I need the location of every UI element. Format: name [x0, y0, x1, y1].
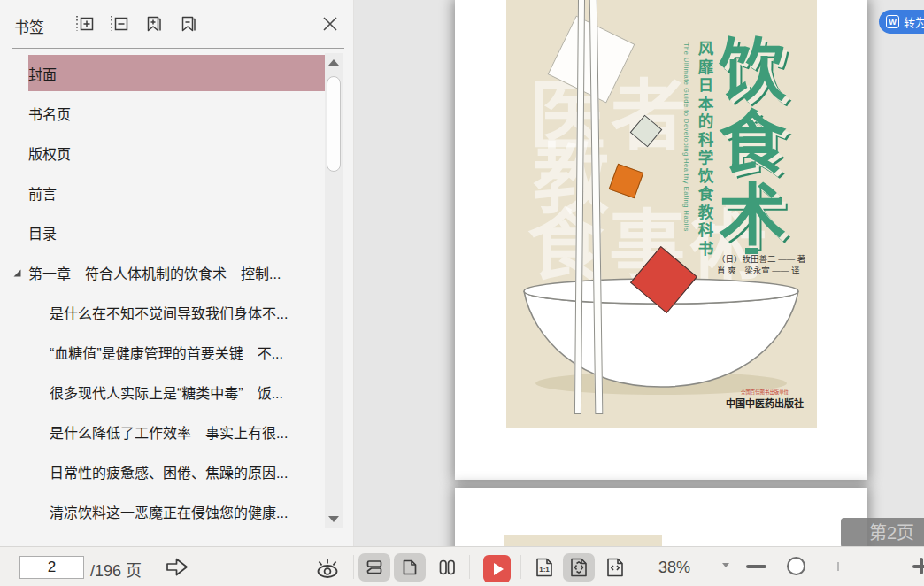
page-number-input[interactable]	[19, 556, 84, 579]
cover-subtitle: 风靡日本的科学饮食教科书	[694, 41, 716, 258]
bookmark-item[interactable]: 日常性的疲惫感、困倦、焦躁的原因...	[0, 451, 354, 491]
pdf-page-1: 医者 教 食事術 饮 食 术 风靡日本的科学饮食教科书 The Ultimate…	[455, 0, 867, 480]
close-panel-icon[interactable]	[320, 14, 341, 35]
fit-width-button[interactable]	[599, 553, 631, 582]
bookmark-item[interactable]: 是什么降低了工作效率 事实上有很...	[0, 412, 354, 451]
bookmark-item[interactable]: 是什么在不知不觉间导致我们身体不...	[0, 292, 354, 332]
toolbar-divider	[469, 555, 470, 579]
zoom-dropdown-caret[interactable]	[722, 563, 729, 567]
zoom-slider-tick	[837, 562, 839, 571]
bookmark-label: 日常性的疲惫感、困倦、焦躁的原因...	[50, 461, 288, 482]
cover-title-char: 饮	[715, 37, 789, 104]
cover-title-char: 食	[715, 110, 789, 177]
add-bookmark-icon[interactable]	[143, 14, 164, 35]
bookmark-label: 封面	[28, 63, 57, 84]
bookmark-item[interactable]: 版权页	[0, 133, 354, 173]
zoom-percentage-label: 38%	[658, 559, 690, 577]
translator-line: 肖 爽 梁永宣 —— 译	[717, 265, 805, 276]
bookmark-label: 很多现代人实际上是“糖类中毒” 饭...	[50, 382, 283, 403]
page-total-label: /196 页	[90, 558, 142, 581]
bookmark-label: 是什么降低了工作效率 事实上有很...	[50, 421, 288, 443]
bookmark-label: 版权页	[28, 143, 71, 164]
cover-authors: （日）牧田善二 —— 著 肖 爽 梁永宣 —— 译	[717, 253, 805, 276]
bookmarks-title: 书签	[14, 15, 44, 37]
scroll-up-icon[interactable]	[328, 59, 339, 66]
eye-protection-icon[interactable]	[312, 554, 343, 584]
slideshow-play-button[interactable]	[483, 555, 511, 582]
current-page-badge: 第2页	[841, 518, 924, 548]
bookmark-label: 是什么在不知不觉间导致我们身体不...	[50, 302, 288, 323]
bookmark-item[interactable]: 清凉饮料这一恶魔正在侵蚀您的健康...	[0, 491, 354, 531]
zoom-in-button[interactable]	[912, 558, 924, 575]
cover-subtitle-english: The Ultimate Guide to Developing Healthy…	[682, 42, 690, 232]
bookmark-label: 目录	[28, 222, 57, 243]
bookmark-item[interactable]: “血糖值”是健康管理的首要关键 不...	[0, 332, 354, 372]
cover-publisher: 全国百佳图书出版单位 中国中医药出版社	[713, 388, 816, 410]
bookmarks-header: 书签	[0, 0, 353, 49]
remove-bookmark-icon[interactable]	[178, 14, 198, 35]
sidebar-scrollbar[interactable]	[325, 53, 343, 528]
zoom-slider-handle[interactable]	[787, 557, 805, 575]
scroll-down-icon[interactable]	[328, 516, 339, 522]
bookmark-label: 前言	[28, 182, 57, 204]
fit-page-button[interactable]	[563, 553, 595, 582]
convert-button-label: 转为Word	[904, 13, 924, 30]
bookmark-item[interactable]: 封面	[0, 53, 354, 93]
bookmark-label: 书名页	[28, 103, 71, 124]
bookmark-label: 清凉饮料这一恶魔正在侵蚀您的健康...	[50, 501, 288, 522]
bookmark-item[interactable]: 前言	[0, 173, 354, 212]
svg-text:1:1: 1:1	[539, 566, 550, 574]
toolbar-divider	[353, 555, 354, 579]
author-line: （日）牧田善二 —— 著	[717, 253, 805, 265]
bookmark-label: “血糖值”是健康管理的首要关键 不...	[50, 342, 283, 363]
collapse-all-icon[interactable]	[109, 14, 129, 35]
facing-pages-mode-button[interactable]	[431, 553, 463, 582]
zoom-out-button[interactable]	[746, 565, 766, 568]
toolbar-divider	[520, 555, 521, 579]
single-page-mode-button[interactable]	[394, 553, 426, 582]
play-icon	[494, 563, 504, 575]
continuous-scroll-mode-button[interactable]	[358, 553, 390, 582]
book-cover: 医者 教 食事術 饮 食 术 风靡日本的科学饮食教科书 The Ultimate…	[506, 0, 817, 428]
bookmarks-panel: 书签	[0, 0, 354, 546]
word-convert-icon: W	[886, 15, 899, 28]
bottom-toolbar: /196 页	[0, 546, 924, 586]
expand-all-icon[interactable]	[74, 14, 95, 35]
publisher-badge: 全国百佳图书出版单位	[719, 388, 811, 395]
publisher-name: 中国中医药出版社	[713, 396, 816, 410]
bookmark-item[interactable]: 目录	[0, 212, 354, 252]
bookmark-item[interactable]: 很多现代人实际上是“糖类中毒” 饭...	[0, 372, 354, 412]
actual-size-button[interactable]: 1:1	[528, 553, 560, 582]
bookmarks-list: 封面 书名页 版权页 前言 目录 第一章 符合人体机制的饮食术 控制... 是什…	[0, 53, 354, 531]
pdf-reader-window: 书签	[0, 0, 924, 586]
bookmark-item[interactable]: 第一章 符合人体机制的饮食术 控制...	[0, 252, 354, 292]
bookmark-item[interactable]: 书名页	[0, 93, 354, 133]
go-to-page-icon[interactable]	[164, 555, 190, 582]
header-divider	[12, 48, 344, 49]
convert-to-word-button[interactable]: W 转为Word	[879, 10, 924, 34]
cover-title-char: 术	[715, 182, 789, 250]
bookmark-label: 第一章 符合人体机制的饮食术 控制...	[28, 262, 281, 283]
expanded-triangle-icon[interactable]	[13, 269, 21, 277]
scrollbar-thumb[interactable]	[327, 76, 341, 172]
